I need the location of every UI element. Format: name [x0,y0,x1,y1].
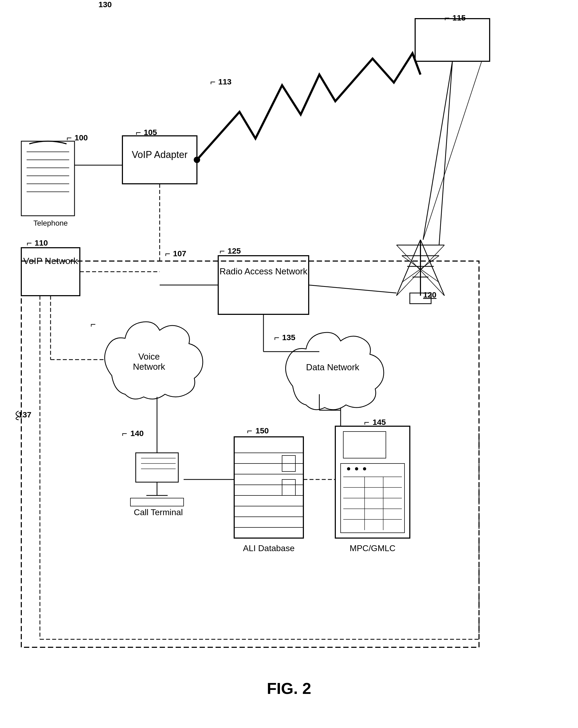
data-network-label: Data Network [302,362,363,372]
figure-title: FIG. 2 [0,679,578,698]
svg-line-25 [423,61,452,240]
svg-rect-57 [335,426,410,538]
ref-100: 100 [75,133,88,142]
svg-rect-37 [136,453,178,482]
squiggle-137 [11,410,21,420]
svg-rect-9 [21,248,80,296]
svg-rect-23 [415,19,490,61]
mpc-gmlc-label: MPC/GMLC [334,543,411,553]
voip-network-label: VoIP Network [22,256,79,266]
svg-line-27 [423,61,482,240]
ref-150: 150 [255,426,269,435]
ref-110: 110 [35,238,48,248]
svg-line-26 [439,61,452,245]
voice-network-label: Voice Network [121,352,177,372]
svg-rect-58 [343,432,386,458]
ref-113: 113 [218,77,231,86]
ref-115: 115 [452,13,466,22]
ref-130: 130 [99,0,112,9]
svg-line-21 [402,256,439,282]
svg-line-20 [402,256,439,282]
telephone-label: Telephone [21,219,80,228]
ref-135: 135 [282,333,295,342]
svg-point-61 [355,467,358,470]
ref-105: 105 [144,128,157,137]
svg-line-19 [396,245,444,296]
ref-140: 140 [130,429,144,438]
svg-line-17 [420,240,444,296]
ref-145: 145 [373,418,386,427]
call-terminal-label: Call Terminal [128,508,189,517]
svg-rect-1 [21,141,75,216]
svg-point-60 [347,467,350,470]
svg-line-18 [396,245,444,296]
svg-rect-55 [282,479,295,495]
svg-rect-0 [21,261,479,647]
svg-rect-45 [234,437,303,538]
diagram: 100 ⌐ 105 ⌐ 110 ⌐ 107 ⌐ 125 ⌐ 120 115 ⌐ … [0,0,578,728]
svg-rect-54 [282,456,295,471]
radio-access-network-label: Radio Access Network [219,266,308,277]
svg-line-16 [396,240,420,296]
ref-120: 120 [423,290,436,300]
svg-rect-59 [341,464,405,533]
ali-database-label: ALI Database [231,543,306,553]
svg-rect-40 [130,498,184,506]
voip-adapter-label: VoIP Adapter [123,149,196,160]
svg-point-62 [363,467,366,470]
svg-rect-10 [218,256,309,314]
ref-107: 107 [173,249,186,258]
svg-line-30 [309,285,396,293]
ref-125: 125 [227,246,241,256]
diagram-lines [0,0,578,728]
